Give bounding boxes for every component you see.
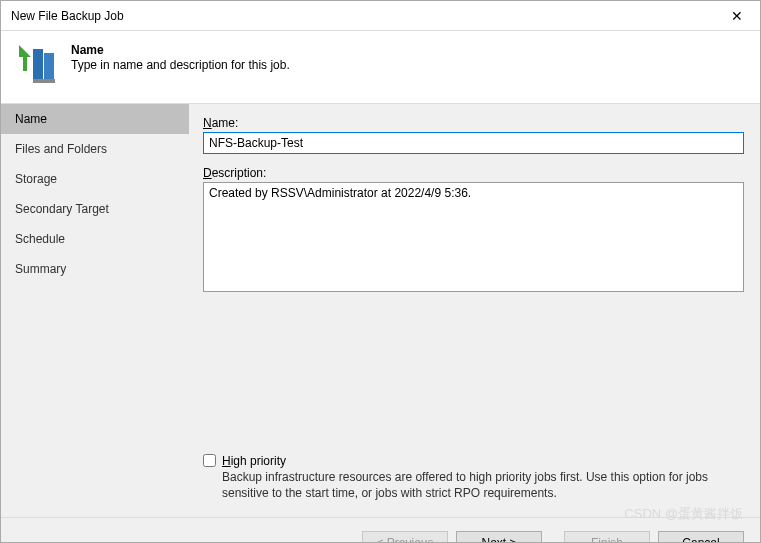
header: Name Type in name and description for th… — [1, 31, 760, 103]
cancel-button[interactable]: Cancel — [658, 531, 744, 544]
titlebar: New File Backup Job ✕ — [1, 1, 760, 31]
svg-rect-1 — [44, 53, 54, 83]
sidebar-item-schedule[interactable]: Schedule — [1, 224, 189, 254]
sidebar: Name Files and Folders Storage Secondary… — [1, 104, 189, 517]
content-area: Name: Description: High priority Backup … — [189, 104, 760, 517]
previous-button: < Previous — [362, 531, 448, 544]
high-priority-label: High priority — [222, 454, 286, 468]
sidebar-item-name[interactable]: Name — [1, 104, 189, 134]
close-icon: ✕ — [731, 8, 743, 24]
page-title: Name — [71, 43, 290, 57]
sidebar-item-secondary-target[interactable]: Secondary Target — [1, 194, 189, 224]
sidebar-item-files-and-folders[interactable]: Files and Folders — [1, 134, 189, 164]
name-input[interactable] — [203, 132, 744, 154]
wizard-icon — [13, 41, 61, 89]
finish-button: Finish — [564, 531, 650, 544]
high-priority-description: Backup infrastructure resources are offe… — [222, 469, 744, 501]
window-title: New File Backup Job — [11, 9, 714, 23]
page-subtitle: Type in name and description for this jo… — [71, 58, 290, 72]
high-priority-checkbox-row[interactable]: High priority — [203, 454, 744, 468]
next-button[interactable]: Next > — [456, 531, 542, 544]
description-label: Description: — [203, 166, 744, 180]
high-priority-checkbox[interactable] — [203, 454, 216, 467]
high-priority-block: High priority Backup infrastructure reso… — [203, 454, 744, 507]
svg-rect-2 — [33, 79, 55, 83]
description-input[interactable] — [203, 182, 744, 292]
footer: < Previous Next > Finish Cancel — [1, 517, 760, 543]
close-button[interactable]: ✕ — [714, 1, 760, 31]
svg-rect-0 — [33, 49, 43, 83]
name-label: Name: — [203, 116, 744, 130]
sidebar-item-summary[interactable]: Summary — [1, 254, 189, 284]
wizard-body: Name Files and Folders Storage Secondary… — [1, 103, 760, 517]
sidebar-item-storage[interactable]: Storage — [1, 164, 189, 194]
